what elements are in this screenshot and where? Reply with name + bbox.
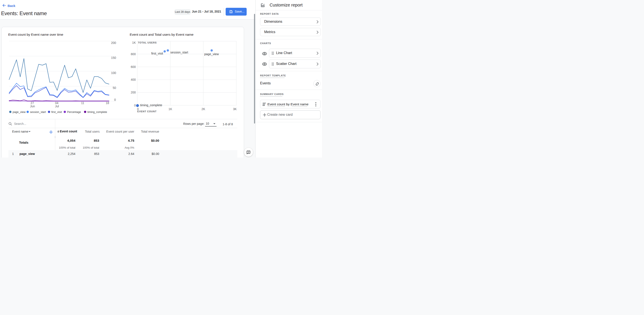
svg-text:600: 600 (131, 65, 136, 69)
svg-text:page_view: page_view (12, 111, 26, 114)
svg-text:200: 200 (131, 91, 136, 94)
svg-text:Jun: Jun (30, 104, 35, 108)
svg-text:2K: 2K (202, 107, 205, 111)
svg-text:0: 0 (114, 98, 116, 101)
svg-text:400: 400 (131, 78, 136, 81)
svg-text:first_visit: first_visit (151, 52, 163, 55)
svg-text:18: 18 (106, 101, 109, 105)
svg-text:11: 11 (81, 101, 84, 105)
svg-text:timing_complete: timing_complete (88, 111, 107, 114)
svg-text:150: 150 (111, 56, 116, 59)
svg-text:1K: 1K (168, 107, 172, 111)
svg-text:Jul: Jul (55, 104, 59, 108)
svg-text:100: 100 (111, 71, 116, 75)
svg-text:04: 04 (55, 101, 58, 105)
svg-text:27: 27 (30, 101, 34, 105)
svg-text:800: 800 (131, 52, 136, 56)
svg-text:session_start: session_start (30, 111, 46, 114)
svg-text:page_view: page_view (204, 52, 219, 56)
svg-text:50: 50 (112, 86, 116, 90)
svg-text:session_start: session_start (170, 51, 188, 54)
svg-text:EVENT COUNT: EVENT COUNT (137, 110, 156, 113)
svg-text:timing_complete: timing_complete (140, 103, 162, 107)
svg-text:0: 0 (134, 104, 136, 107)
svg-text:200: 200 (111, 41, 116, 44)
svg-text:TOTAL USERS: TOTAL USERS (138, 41, 156, 44)
svg-text:3K: 3K (233, 107, 237, 111)
svg-text:1K: 1K (132, 41, 136, 44)
svg-text:Percentage: Percentage (67, 111, 81, 114)
svg-text:first_visit: first_visit (51, 111, 62, 114)
